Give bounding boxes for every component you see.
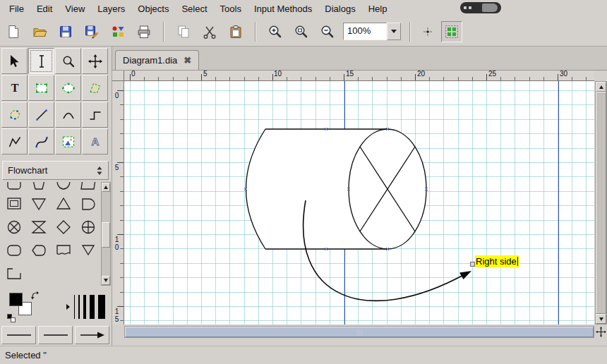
- line-width-option[interactable]: [98, 295, 105, 319]
- zoom-fit-button[interactable]: [291, 21, 312, 42]
- foreground-color-swatch[interactable]: [9, 293, 23, 306]
- cut-button[interactable]: [199, 21, 220, 42]
- zoom-level-value[interactable]: 100%: [343, 23, 387, 40]
- window-controls[interactable]: [460, 2, 501, 13]
- copy-button[interactable]: [173, 21, 194, 42]
- new-document-button[interactable]: [3, 21, 24, 42]
- scrollbar-thumb[interactable]: [102, 222, 110, 248]
- shape-open-frame[interactable]: [1, 262, 26, 285]
- menu-edit[interactable]: Edit: [30, 1, 59, 16]
- print-button[interactable]: [133, 21, 155, 42]
- scroll-down-button[interactable]: [102, 276, 110, 285]
- save-as-button[interactable]: [81, 21, 102, 42]
- diagram-canvas[interactable]: Right side: [124, 81, 594, 324]
- menu-view[interactable]: View: [59, 1, 91, 16]
- box-tool-icon: [34, 80, 49, 96]
- ruler-number: 30: [560, 71, 567, 78]
- shape-button-clipped[interactable]: [76, 182, 100, 192]
- line-width-selector[interactable]: [66, 293, 107, 321]
- text-annotation[interactable]: Right side: [475, 255, 519, 267]
- statusbar-text: Selected ": [5, 350, 47, 360]
- shape-extract[interactable]: [51, 192, 76, 215]
- ellipse-tool-icon: [61, 80, 76, 96]
- scrollbar-thumb[interactable]: [596, 92, 606, 314]
- menu-layers[interactable]: Layers: [91, 1, 131, 16]
- export-button[interactable]: [107, 21, 128, 42]
- tool-arc[interactable]: [55, 102, 81, 128]
- tool-text-edit[interactable]: [28, 48, 54, 74]
- tool-ellipse[interactable]: [55, 75, 81, 101]
- shape-delay[interactable]: [76, 192, 100, 215]
- sheet-selector-value: Flowchart: [8, 165, 47, 176]
- tool-line[interactable]: [28, 102, 54, 128]
- zoom-level-combo[interactable]: 100%: [343, 23, 401, 40]
- menu-input-methods[interactable]: Input Methods: [248, 1, 318, 16]
- sheet-selector[interactable]: Flowchart: [2, 161, 109, 180]
- shape-collate[interactable]: [26, 215, 51, 238]
- line-width-option[interactable]: [74, 295, 75, 319]
- modify-arrow-icon: [7, 54, 23, 69]
- tool-zigzagline[interactable]: [82, 102, 108, 128]
- horizontal-scrollbar[interactable]: [124, 326, 594, 338]
- annotation-handle[interactable]: [470, 262, 475, 267]
- line-width-option[interactable]: [90, 295, 95, 319]
- tool-magnify[interactable]: [55, 48, 81, 74]
- tool-outline[interactable]: A: [82, 128, 108, 154]
- begin-arrow-selector[interactable]: [1, 326, 36, 344]
- shape-merge-small[interactable]: [76, 238, 100, 262]
- tool-modify[interactable]: [1, 48, 28, 74]
- shape-button-clipped[interactable]: [26, 182, 51, 192]
- shape-button-clipped[interactable]: [51, 182, 76, 192]
- menu-file[interactable]: File: [3, 1, 30, 16]
- paste-button[interactable]: [225, 21, 246, 42]
- open-diagram-button[interactable]: [29, 21, 50, 42]
- tool-text[interactable]: T: [1, 75, 28, 101]
- zoom-dropdown-button[interactable]: [387, 23, 401, 40]
- zoom-out-button[interactable]: [317, 21, 338, 42]
- tool-bezierline[interactable]: [28, 128, 54, 154]
- snap-to-objects-toggle[interactable]: [419, 23, 436, 40]
- shape-sort[interactable]: [51, 215, 76, 238]
- menu-objects[interactable]: Objects: [131, 1, 175, 16]
- end-arrow-selector[interactable]: [75, 326, 109, 344]
- default-colors-button[interactable]: [7, 314, 16, 323]
- save-diagram-button[interactable]: [55, 21, 76, 42]
- shape-rounded-box[interactable]: [1, 238, 26, 262]
- tool-image[interactable]: [55, 128, 81, 154]
- tool-scroll[interactable]: [82, 48, 108, 74]
- image-tool-icon: [61, 134, 76, 150]
- scroll-up-button[interactable]: [596, 82, 606, 92]
- line-width-option[interactable]: [78, 295, 80, 319]
- tool-polygon[interactable]: [82, 75, 108, 101]
- color-selector[interactable]: [7, 291, 40, 323]
- menu-tools[interactable]: Tools: [214, 1, 248, 16]
- pan-canvas-button[interactable]: [595, 326, 607, 338]
- menu-dialogs[interactable]: Dialogs: [318, 1, 361, 16]
- swap-colors-icon[interactable]: [30, 291, 40, 300]
- tool-polyline[interactable]: [1, 128, 28, 154]
- ruler-number: 5: [203, 71, 208, 78]
- scroll-down-button[interactable]: [596, 314, 606, 324]
- vertical-scrollbar[interactable]: [595, 81, 607, 324]
- shape-display[interactable]: [26, 238, 51, 262]
- shape-summing-junction[interactable]: [1, 215, 26, 238]
- line-style-selector[interactable]: [38, 326, 73, 344]
- scroll-up-button[interactable]: [102, 183, 110, 192]
- save-floppy-icon: [58, 24, 73, 40]
- scrollbar-thumb[interactable]: [125, 327, 594, 337]
- shape-or[interactable]: [76, 215, 100, 238]
- tab-close-icon[interactable]: ✖: [184, 56, 191, 65]
- shape-palette-scrollbar[interactable]: [101, 182, 111, 286]
- zoom-in-button[interactable]: [265, 21, 286, 42]
- tool-beziergon[interactable]: [1, 102, 28, 128]
- tool-box[interactable]: [28, 75, 54, 101]
- shape-double-box[interactable]: [1, 192, 26, 215]
- snap-to-grid-toggle[interactable]: [441, 21, 462, 42]
- tab-diagram1[interactable]: Diagram1.dia ✖: [115, 50, 199, 70]
- menu-select[interactable]: Select: [175, 1, 213, 16]
- line-width-option[interactable]: [83, 295, 86, 319]
- shape-merge[interactable]: [26, 192, 51, 215]
- shape-button-clipped[interactable]: [1, 182, 26, 192]
- menu-help[interactable]: Help: [362, 1, 394, 16]
- shape-tape[interactable]: [51, 238, 76, 262]
